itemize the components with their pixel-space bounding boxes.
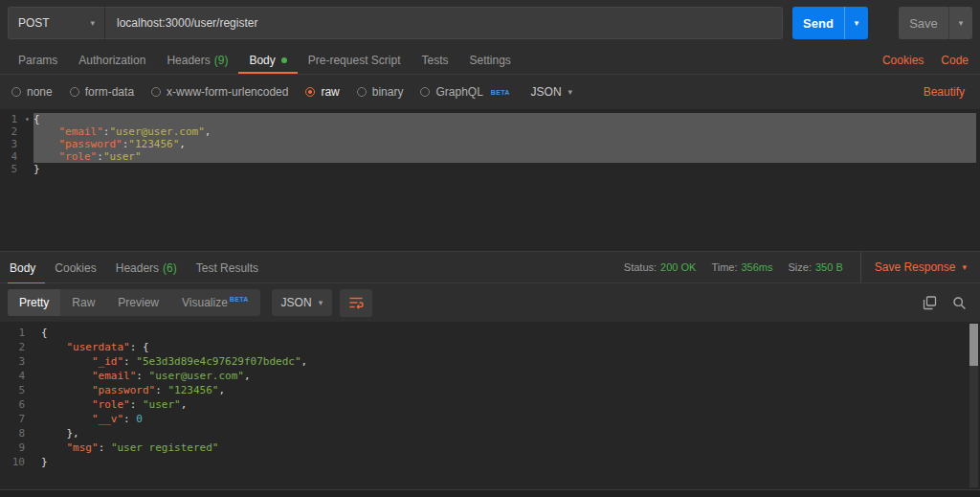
scrollbar-thumb[interactable] — [969, 324, 978, 366]
send-options-button[interactable]: ▾ — [844, 7, 868, 39]
code-line[interactable]: 4 "email": "user@user.com", — [0, 369, 980, 383]
cookies-link[interactable]: Cookies — [882, 54, 924, 67]
code-line[interactable]: 2 "userdata": { — [0, 340, 980, 354]
code-link[interactable]: Code — [941, 54, 969, 67]
chevron-down-icon: ▾ — [959, 18, 964, 28]
meta-label: Time: — [711, 261, 737, 273]
response-tab-cookies[interactable]: Cookies — [45, 252, 105, 284]
token-k: "role" — [59, 150, 98, 163]
fold-spacer — [29, 383, 41, 397]
beautify-link[interactable]: Beautify — [924, 85, 969, 99]
code-line[interactable]: 4 "role":"user" — [0, 150, 980, 163]
method-select[interactable]: POST ▾ — [8, 7, 105, 39]
view-tab-visualize[interactable]: VisualizeBETA — [170, 289, 260, 316]
mode-label: form-data — [85, 85, 134, 99]
code-text: "password": "123456", — [41, 383, 225, 397]
view-tab-label: Pretty — [19, 296, 49, 309]
response-tabs: BodyCookiesHeaders(6)Test Results — [8, 252, 268, 282]
save-button[interactable]: Save — [899, 7, 948, 39]
code-line[interactable]: 7 "__v": 0 — [0, 412, 980, 426]
request-tab-pre-request-script[interactable]: Pre-request Script — [298, 46, 412, 74]
view-tab-label: Visualize — [182, 296, 228, 309]
line-number: 10 — [0, 455, 29, 469]
save-options-button[interactable]: ▾ — [948, 7, 972, 39]
wrap-line-icon — [348, 296, 364, 309]
token-p: , — [218, 384, 225, 396]
line-number: 4 — [0, 150, 21, 163]
request-tab-params[interactable]: Params — [8, 46, 68, 74]
raw-language-select[interactable]: JSON ▾ — [531, 85, 573, 99]
method-label: POST — [18, 16, 50, 30]
tab-label: Test Results — [196, 261, 258, 275]
code-text: "msg": "user registered" — [41, 441, 218, 455]
token-p: { — [143, 341, 149, 353]
code-line[interactable]: 10} — [0, 455, 980, 469]
token-k: "password" — [59, 138, 122, 150]
line-number: 9 — [0, 441, 29, 455]
fold-spacer — [29, 369, 41, 383]
response-status: Status:200 OK — [624, 261, 697, 273]
code-line[interactable]: 6 "role": "user", — [0, 397, 980, 412]
body-mode-graphql[interactable]: GraphQLBETA — [420, 85, 509, 99]
response-tab-test-results[interactable]: Test Results — [187, 252, 268, 284]
token-k: "msg" — [67, 441, 99, 454]
response-meta: Status:200 OKTime:356msSize:350 B — [624, 261, 843, 273]
request-tab-body[interactable]: Body — [238, 46, 297, 74]
copy-response-button[interactable] — [923, 296, 937, 310]
view-tab-pretty[interactable]: Pretty — [8, 289, 60, 316]
fold-spacer — [29, 326, 41, 340]
code-line[interactable]: 3 "password":"123456", — [0, 138, 980, 150]
token-k: "email" — [92, 370, 136, 382]
meta-value: 350 B — [815, 261, 843, 273]
view-tab-raw[interactable]: Raw — [60, 289, 106, 316]
view-tab-preview[interactable]: Preview — [106, 289, 170, 316]
line-number: 5 — [0, 163, 21, 175]
request-tab-tests[interactable]: Tests — [411, 46, 458, 74]
response-format-select[interactable]: JSON ▾ — [272, 289, 333, 316]
request-tab-headers[interactable]: Headers(9) — [156, 46, 238, 74]
send-button[interactable]: Send — [792, 7, 844, 39]
line-number: 2 — [0, 340, 29, 354]
code-line[interactable]: 5} — [0, 163, 980, 175]
token-s: "user" — [103, 150, 142, 163]
response-body-viewer[interactable]: 1{2 "userdata": {3 "_id": "5e3d3d89e4c97… — [0, 322, 980, 489]
response-tab-headers[interactable]: Headers(6) — [106, 252, 187, 284]
search-response-button[interactable] — [952, 296, 967, 310]
token-s: "user" — [143, 398, 181, 411]
tab-label: Cookies — [55, 261, 96, 275]
token-p — [33, 125, 59, 138]
code-line[interactable]: 1{ — [0, 326, 980, 340]
body-mode-none[interactable]: none — [11, 85, 53, 99]
chevron-down-icon: ▾ — [90, 18, 95, 28]
wrap-lines-button[interactable] — [340, 289, 372, 317]
request-body-editor[interactable]: 1▾{2 "email":"user@user.com",3 "password… — [0, 109, 980, 251]
body-mode-form-data[interactable]: form-data — [70, 85, 134, 99]
token-p: : — [123, 355, 136, 368]
response-format-value: JSON — [281, 296, 312, 309]
request-tab-settings[interactable]: Settings — [459, 46, 522, 74]
code-line[interactable]: 5 "password": "123456", — [0, 383, 980, 397]
fold-arrow-icon[interactable]: ▾ — [21, 113, 33, 125]
radio-icon — [70, 87, 79, 97]
fold-spacer — [29, 397, 41, 412]
code-line[interactable]: 2 "email":"user@user.com", — [0, 125, 980, 138]
token-p: : — [155, 384, 167, 396]
code-line[interactable]: 1▾{ — [0, 113, 980, 125]
code-line[interactable]: 9 "msg": "user registered" — [0, 441, 980, 455]
code-line[interactable]: 8 }, — [0, 426, 980, 441]
url-input[interactable]: localhost:3000/user/register — [105, 7, 783, 39]
code-text: { — [41, 326, 48, 340]
body-mode-binary[interactable]: binary — [357, 85, 404, 99]
response-tab-body[interactable]: Body — [8, 252, 45, 284]
request-tab-authorization[interactable]: Authorization — [68, 46, 156, 74]
fold-spacer — [29, 455, 41, 469]
scrollbar[interactable] — [969, 324, 978, 487]
code-line[interactable]: 3 "_id": "5e3d3d89e4c97629f07bdedc", — [0, 354, 980, 369]
selection-highlight — [186, 138, 976, 150]
body-mode-x-www-form-urlencoded[interactable]: x-www-form-urlencoded — [151, 85, 288, 99]
line-number: 1 — [0, 113, 21, 125]
save-response-button[interactable]: Save Response ▾ — [860, 252, 972, 282]
body-mode-raw[interactable]: raw — [305, 85, 339, 99]
fold-spacer — [21, 150, 33, 163]
code-text: "email": "user@user.com", — [41, 369, 251, 383]
